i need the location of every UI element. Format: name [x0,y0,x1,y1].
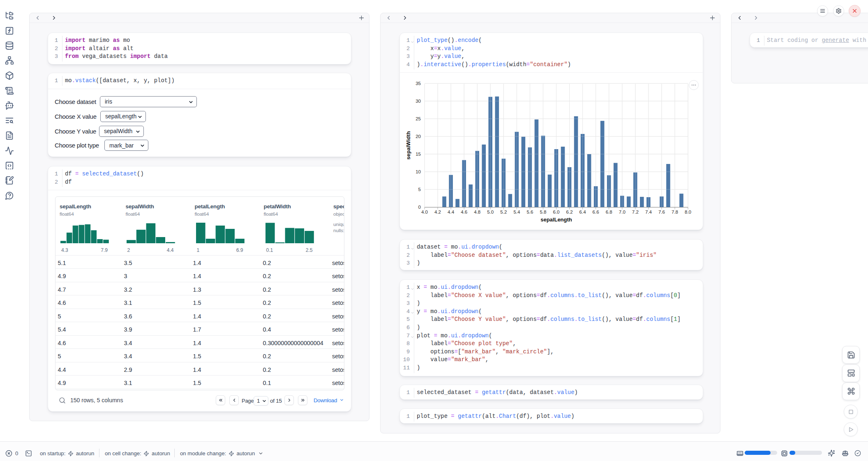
svg-text:5.2: 5.2 [500,210,507,214]
svg-text:25: 25 [416,116,421,121]
svg-text:7.2: 7.2 [632,210,639,214]
svg-text:35: 35 [416,81,421,86]
svg-text:0: 0 [418,205,421,210]
svg-text:4.8: 4.8 [474,210,480,214]
svg-text:sepalWidth: sepalWidth [405,131,411,159]
svg-text:6.4: 6.4 [579,210,586,214]
svg-text:30: 30 [416,99,421,104]
svg-text:5.4: 5.4 [513,210,520,214]
svg-text:8.0: 8.0 [685,210,691,214]
svg-text:20: 20 [416,134,421,139]
svg-text:6.6: 6.6 [593,210,599,214]
svg-text:5.0: 5.0 [487,210,494,214]
svg-text:7.0: 7.0 [619,210,626,214]
svg-text:4.2: 4.2 [434,210,441,214]
svg-text:10: 10 [416,169,421,174]
svg-text:6.2: 6.2 [566,210,573,214]
svg-text:7.6: 7.6 [658,210,665,214]
svg-text:7.8: 7.8 [672,210,678,214]
svg-text:15: 15 [416,152,421,157]
svg-text:5.6: 5.6 [526,210,533,214]
svg-text:6.0: 6.0 [553,210,560,214]
svg-text:4.4: 4.4 [448,210,455,214]
svg-text:5: 5 [418,187,421,192]
svg-text:4.6: 4.6 [461,210,467,214]
svg-text:4.0: 4.0 [421,210,428,214]
svg-text:5.8: 5.8 [540,210,546,214]
svg-text:6.8: 6.8 [606,210,612,214]
svg-text:7.4: 7.4 [645,210,652,214]
svg-text:sepalLength: sepalLength [540,217,572,223]
